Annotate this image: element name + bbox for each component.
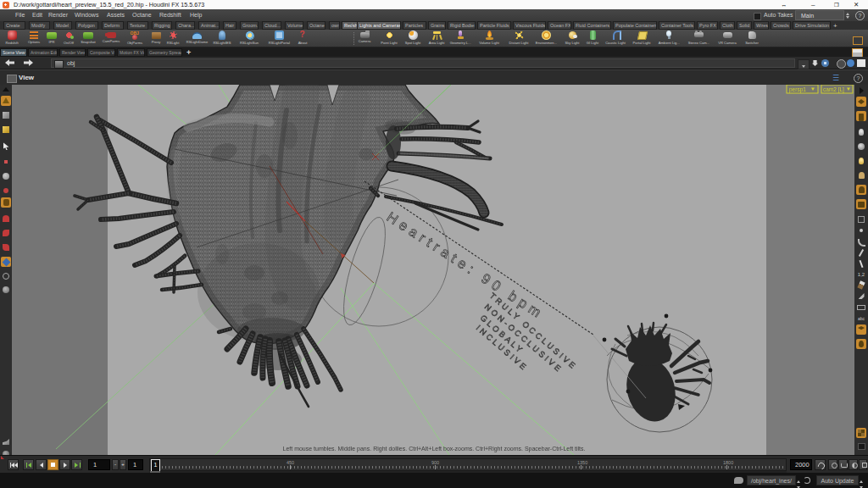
svg-text:Left mouse tumbles. Middle pa: Left mouse tumbles. Middle pans. Right d… bbox=[283, 446, 586, 452]
svg-text:persp1: persp1 bbox=[789, 86, 806, 93]
svg-text:cam2 [L]: cam2 [L] bbox=[823, 86, 844, 93]
